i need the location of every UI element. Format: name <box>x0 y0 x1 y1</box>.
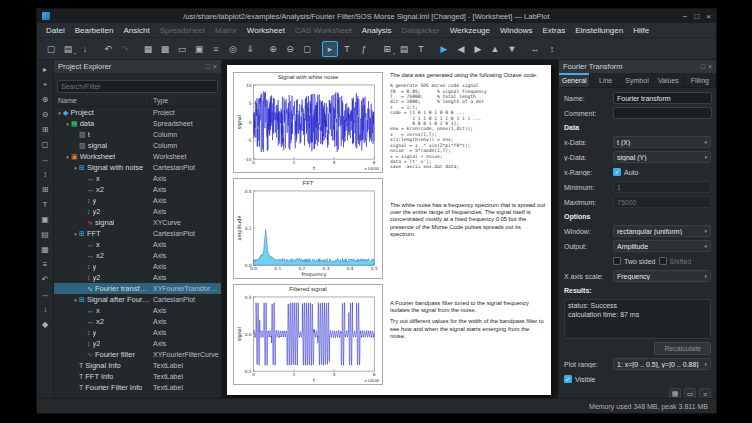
tree-row[interactable]: ▥signalColumn <box>54 140 221 151</box>
add-image-tool-icon[interactable]: ▣ <box>38 212 52 226</box>
window-combo[interactable]: rectangular (uniform) ▾ <box>613 225 711 237</box>
fft-info-label[interactable]: The white noise has a frequency spectrum… <box>390 178 545 284</box>
xscale-combo[interactable]: Frequency ▾ <box>613 270 711 282</box>
expand-arrow-icon[interactable]: ▾ <box>72 165 79 171</box>
plot-filtered-signal[interactable]: Filtered signal 0.50.0-0.50246tsignal×10… <box>233 284 383 385</box>
shift-up-icon[interactable]: ▲ <box>487 41 503 57</box>
tree-row[interactable]: ↕y2Axis <box>54 272 221 283</box>
float-icon[interactable]: □ <box>701 63 705 70</box>
project-explorer-header[interactable]: Project Explorer □ × <box>54 60 221 73</box>
column-header-type[interactable]: Type <box>150 97 221 104</box>
tree-row[interactable]: ↕yAxis <box>54 261 221 272</box>
tree-row[interactable]: ↔xAxis <box>54 173 221 184</box>
expand-arrow-icon[interactable]: ▾ <box>64 154 71 160</box>
tree-row[interactable]: ∿signalXYCurve <box>54 217 221 228</box>
export-tool-icon[interactable]: ↓ <box>38 302 52 316</box>
tree-row[interactable]: ↔xAxis <box>54 305 221 316</box>
float-icon[interactable]: □ <box>206 63 210 70</box>
search-input[interactable] <box>57 80 218 93</box>
crosshair-tool-icon[interactable]: + <box>38 77 52 91</box>
tree-row[interactable]: ↕y2Axis <box>54 338 221 349</box>
tree-column-headers[interactable]: Name Type <box>54 95 221 107</box>
maximum-field[interactable]: 75000 <box>613 196 711 208</box>
minimum-field[interactable]: 1 <box>613 181 711 193</box>
add-label-icon[interactable]: T <box>413 41 429 57</box>
lock-tool-icon[interactable]: ◆ <box>38 317 52 331</box>
maximize-button[interactable]: □ <box>694 12 699 21</box>
rotate-tool-icon[interactable]: ↶ <box>38 272 52 286</box>
tree-row[interactable]: ▾⊞FFTCartesianPlot <box>54 228 221 239</box>
shift-left-icon[interactable]: ◀ <box>453 41 469 57</box>
redo-icon[interactable]: ↷ <box>117 41 133 57</box>
zoom-out-icon[interactable]: ⊖ <box>282 41 298 57</box>
tree-row[interactable]: ∿Fourier transformXYFourierTransformCur.… <box>54 283 221 294</box>
close-button[interactable]: × <box>706 12 711 21</box>
visible-label[interactable]: Visible <box>575 376 596 383</box>
tree-row[interactable]: ▥tColumn <box>54 129 221 140</box>
function-mode-icon[interactable]: ƒ <box>356 41 372 57</box>
two-sided-checkbox[interactable] <box>613 257 621 265</box>
titlebar[interactable]: /usr/share/labplot2/examples/Analysis/Fo… <box>37 9 716 23</box>
menu-hilfe[interactable]: Hilfe <box>628 24 654 37</box>
play-icon[interactable]: ▶ <box>436 41 452 57</box>
menu-worksheet[interactable]: Worksheet <box>242 24 290 37</box>
tree-row[interactable]: ↔x2Axis <box>54 250 221 261</box>
menu-werkzeuge[interactable]: Werkzeuge <box>445 24 495 37</box>
new-project-icon[interactable]: ▢ <box>43 41 59 57</box>
new-worksheet-icon[interactable]: ▭ <box>174 41 190 57</box>
menu-ansicht[interactable]: Ansicht <box>118 24 154 37</box>
tree-row[interactable]: ↔x2Axis <box>54 316 221 327</box>
close-icon[interactable]: × <box>213 63 217 70</box>
fit-page-tool-icon[interactable]: ◻ <box>38 137 52 151</box>
select-tool-icon[interactable]: ▸ <box>38 62 52 76</box>
zoom-fit-icon[interactable]: ◻ <box>299 41 315 57</box>
tree-row[interactable]: ↕yAxis <box>54 195 221 206</box>
new-workbook-icon[interactable]: ▣ <box>191 41 207 57</box>
recalculate-button[interactable]: Recalculate <box>654 342 711 355</box>
tree-row[interactable]: TFFT InfoTextLabel <box>54 371 221 382</box>
visible-checkbox[interactable]: ✓ <box>564 375 572 383</box>
tab-general[interactable]: General <box>559 73 590 87</box>
tab-filling[interactable]: Filling <box>685 73 716 87</box>
minimize-button[interactable]: − <box>683 12 688 21</box>
shift-down-icon[interactable]: ▼ <box>504 41 520 57</box>
zoom-selection-tool-icon[interactable]: ⊞ <box>38 122 52 136</box>
comment-field[interactable] <box>613 107 712 119</box>
two-sided-label[interactable]: Two sided <box>624 258 656 265</box>
plot-signal-with-noise[interactable]: Signal with white noise 1050-5-100246tsi… <box>233 72 383 173</box>
tree-row[interactable]: ▾◆ProjectProject <box>54 107 221 118</box>
menu-datapicker[interactable]: Datapicker <box>396 24 444 37</box>
tree-row[interactable]: ▾⊞Signal after Fourier filterCartesianPl… <box>54 294 221 305</box>
expand-arrow-icon[interactable]: ▾ <box>72 231 79 237</box>
menu-analysis[interactable]: Analysis <box>357 24 397 37</box>
zoom-in-icon[interactable]: ⊕ <box>265 41 281 57</box>
shift-right-icon[interactable]: ▶ <box>470 41 486 57</box>
auto-label[interactable]: Auto <box>624 169 638 176</box>
column-header-name[interactable]: Name <box>54 97 150 104</box>
menu-spreadsheet[interactable]: Spreadsheet <box>155 24 210 37</box>
worksheet-view[interactable]: Signal with white noise 1050-5-100246tsi… <box>222 60 558 398</box>
tree-row[interactable]: TFourier Filter InfoTextLabel <box>54 382 221 393</box>
menu-datei[interactable]: Datei <box>41 24 70 37</box>
zoom-in-tool-icon[interactable]: ⊕ <box>38 92 52 106</box>
shifted-checkbox[interactable] <box>659 257 667 265</box>
tree-row[interactable]: ▾▦dataSpreadsheet <box>54 118 221 129</box>
undo-icon[interactable]: ↶ <box>100 41 116 57</box>
auto-checkbox[interactable]: ✓ <box>613 168 621 176</box>
add-legend-icon[interactable]: ▤ <box>396 41 412 57</box>
zoom-out-tool-icon[interactable]: ⊖ <box>38 107 52 121</box>
signal-info-label[interactable]: The data was generated using the followi… <box>390 72 545 178</box>
plot-range-combo[interactable]: 1: x=[0 .. 0.5], y=[0 .. 0.88] ▾ <box>613 358 711 370</box>
tab-values[interactable]: Values <box>653 73 684 87</box>
menu-einstellungen[interactable]: Einstellungen <box>570 24 628 37</box>
tab-symbol[interactable]: Symbol <box>622 73 653 87</box>
auto-scale-y-icon[interactable]: ↕ <box>544 41 560 57</box>
select-mode-icon[interactable]: ▸ <box>322 41 338 57</box>
output-combo[interactable]: Amplitude ▾ <box>613 240 711 252</box>
tree-row[interactable]: ↔xAxis <box>54 239 221 250</box>
tree-row[interactable]: TSignal InfoTextLabel <box>54 360 221 371</box>
add-plot-icon[interactable]: ⊞▾ <box>379 41 395 57</box>
tree-row[interactable]: ▾▣WorksheetWorksheet <box>54 151 221 162</box>
import-data-icon[interactable]: ⇓ <box>242 41 258 57</box>
save-project-icon[interactable]: ↓ <box>77 41 93 57</box>
